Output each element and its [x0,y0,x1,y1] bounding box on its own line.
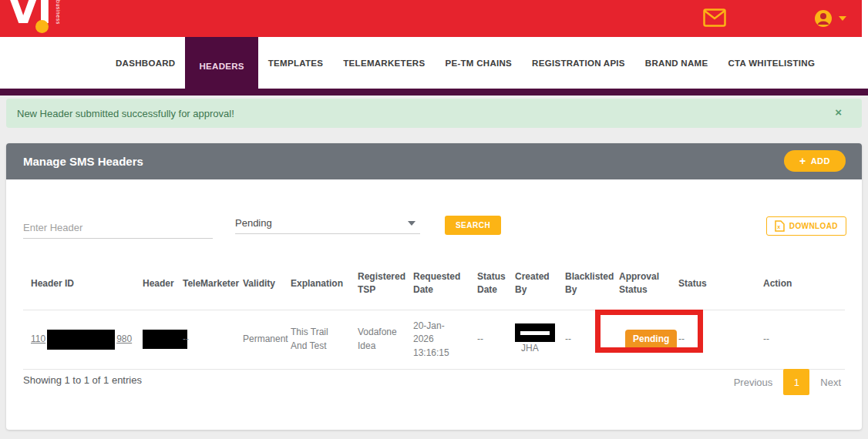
main-nav: DASHBOARD HEADERS TEMPLATES TELEMARKETER… [0,37,868,89]
purple-divider-strip [0,89,868,96]
cell-header [135,310,175,369]
redaction-box [143,330,187,349]
cell-status: -- [671,310,755,369]
chevron-down-icon [839,16,846,21]
vi-logo[interactable]: VI business [8,0,77,35]
plus-icon: + [799,155,806,167]
user-icon [814,9,833,28]
nav-headers[interactable]: HEADERS [185,37,257,96]
showing-entries-text: Showing 1 to 1 of 1 entries [23,374,142,386]
col-blacklisted-by: Blacklisted By [557,263,611,310]
created-by-text: JHA [515,342,553,355]
col-status-date: Status Date [469,263,507,310]
nav-telemarketers[interactable]: TELEMARKETERS [333,37,435,89]
col-telemarketer: TeleMarketer [175,263,235,310]
header-search-input[interactable] [23,217,213,239]
headers-table: Header ID Header TeleMarketer Validity E… [23,263,845,370]
mail-icon[interactable] [703,8,726,27]
redaction-box [515,323,555,342]
cell-explanation: This Trail And Test [283,310,350,369]
add-button[interactable]: + ADD [784,150,846,172]
panel-header: Manage SMS Headers + ADD [6,143,862,179]
next-page-button[interactable]: Next [820,377,841,388]
status-select-value: Pending [235,217,272,229]
cell-requested-date: 20-Jan-2026 13:16:15 [405,310,469,369]
download-button-label: DOWNLOAD [789,222,838,230]
vi-logo-business-text: business [56,0,61,25]
col-requested-date: Requested Date [405,263,469,310]
select-caret-icon [408,221,415,226]
col-header: Header [135,263,175,310]
cell-blacklisted-by: -- [557,310,611,369]
col-explanation: Explanation [283,263,350,310]
nav-brand-name[interactable]: BRAND NAME [635,37,718,89]
vi-logo-dot [35,20,49,33]
current-page-button[interactable]: 1 [783,369,809,395]
redaction-box [47,330,115,350]
success-alert: New Header submitted successfully for ap… [6,99,862,128]
top-section: VI business DASHBOARD HEA [0,0,868,96]
manage-sms-headers-panel: Manage SMS Headers + ADD Pending SEARCH … [6,143,862,430]
pagination: Previous 1 Next [734,369,841,395]
previous-page-button[interactable]: Previous [734,377,773,388]
cell-status-date: -- [469,310,507,369]
table-header-row: Header ID Header TeleMarketer Validity E… [23,263,845,310]
col-action: Action [755,263,845,310]
col-created-by: Created By [507,263,557,310]
cell-registered-tsp: Vodafone Idea [350,310,405,369]
account-menu[interactable] [814,9,846,28]
cell-action: -- [755,310,845,369]
cell-validity: Permanent [235,310,283,369]
nav-templates[interactable]: TEMPLATES [258,37,334,89]
search-button[interactable]: SEARCH [445,216,501,235]
col-validity: Validity [235,263,283,310]
status-select[interactable]: Pending [235,213,420,234]
col-registered-tsp: Registered TSP [350,263,405,310]
cell-telemarketer: -- [175,310,235,369]
cell-created-by: JHA [507,310,557,369]
add-button-label: ADD [811,156,830,166]
cell-approval-status: Pending [611,310,671,369]
col-status: Status [671,263,755,310]
download-button[interactable]: x DOWNLOAD [766,216,846,236]
col-approval-status: Approval Status [611,263,671,310]
nav-pe-tm-chains[interactable]: PE-TM CHAINS [435,37,522,89]
page: VI business DASHBOARD HEA [0,0,868,439]
cell-header-id: 110980 [23,310,135,369]
header-id-link[interactable]: 110980 [31,333,132,344]
svg-text:x: x [777,224,780,230]
panel-title: Manage SMS Headers [6,155,143,168]
nav-dashboard[interactable]: DASHBOARD [106,37,185,89]
pending-status-badge: Pending [625,330,677,349]
alert-close-icon[interactable]: × [835,106,842,119]
file-download-icon: x [775,220,785,232]
top-red-bar: VI business [0,0,862,37]
nav-cta-whitelisting[interactable]: CTA WHITELISTING [718,37,825,89]
col-header-id: Header ID [23,263,135,310]
alert-message: New Header submitted successfully for ap… [17,108,234,119]
nav-registration-apis[interactable]: REGISTRATION APIS [522,37,635,89]
table-row: 110980 -- Permanent This Trail And Test … [23,310,845,369]
